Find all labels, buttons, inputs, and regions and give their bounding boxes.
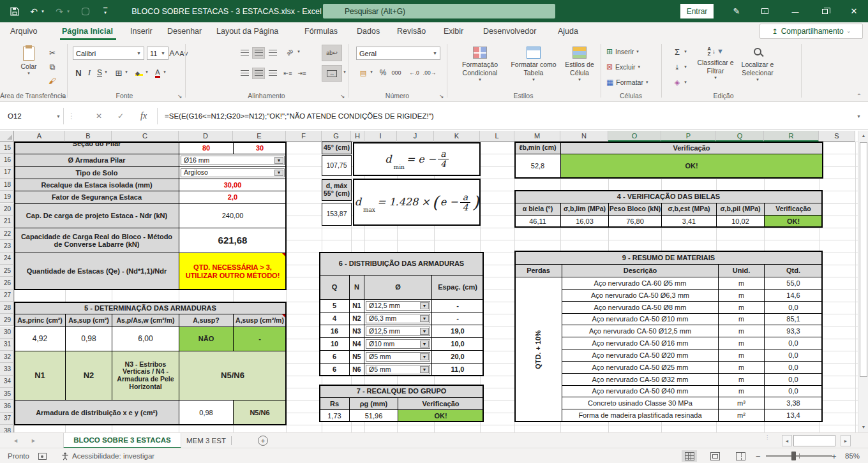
tab-arquivo[interactable]: Arquivo	[10, 22, 37, 40]
tab-revisao[interactable]: Revisão	[397, 22, 426, 40]
t5-tag-n2[interactable]: N2	[65, 351, 112, 401]
column-header-S[interactable]: S	[819, 131, 855, 142]
s9-r11-qtd[interactable]: 13,4	[764, 409, 823, 422]
delete-cells-button[interactable]: ⊠ Excluir ▾	[606, 62, 640, 71]
t5-value-assup[interactable]: 0,98	[65, 327, 112, 351]
s7-header-rs[interactable]: Rs	[319, 397, 350, 410]
s9-r10-desc[interactable]: Concreto usinado Classe 30 MPa	[562, 397, 719, 409]
underline-button[interactable]: S	[96, 67, 103, 78]
s9-r0-qtd[interactable]: 55,0	[764, 277, 823, 290]
t5-header-asusp[interactable]: A,susp (cm²/m)	[233, 314, 287, 327]
rebar-dia-combobox[interactable]: Ø5 mm▼	[366, 352, 430, 362]
row-header-19[interactable]: 19	[0, 191, 14, 203]
s4-header-alpha[interactable]: α biela (°)	[514, 203, 561, 216]
row-header-31[interactable]: 31	[0, 339, 14, 351]
t5-value-asusp[interactable]: -	[233, 327, 287, 351]
row-header-26[interactable]: 26	[0, 277, 14, 289]
section5-title[interactable]: 5 - DETERMINAÇÃO DAS ARMADURAS	[14, 302, 287, 314]
s6-header-q[interactable]: Q	[319, 275, 350, 300]
tab-ajuda[interactable]: Ajuda	[558, 22, 578, 40]
dialog-launcher-icon[interactable]: ↘	[61, 93, 66, 99]
tab-splitter-handle[interactable]: ⋮	[765, 436, 767, 445]
s7-value-rs[interactable]: 1,73	[319, 409, 350, 422]
restore-icon[interactable]	[818, 0, 831, 22]
s6-r5-dia[interactable]: Ø5 mm▼	[364, 363, 432, 376]
cut-icon[interactable]: ✂	[46, 48, 59, 58]
s6-r3-esp[interactable]: 10,0	[431, 337, 484, 351]
s7-value-verif[interactable]: OK!	[398, 409, 484, 422]
column-header-G[interactable]: G	[322, 131, 351, 142]
cell-pile-qty-warning[interactable]: QTD. NECESSÁRIA > 3, UTILIZAR OUTRO MÉTO…	[179, 253, 287, 290]
ink-pen-icon[interactable]: ✎	[730, 0, 743, 22]
t5-header-asusp-q[interactable]: A,susp?	[179, 314, 234, 327]
column-header-B[interactable]: B	[65, 131, 112, 142]
worksheet-grid[interactable]: ABCDEFGHIJKLMNOPQRS151617181920212223242…	[0, 131, 868, 432]
name-box[interactable]: O12	[0, 108, 64, 124]
s6-r5-q[interactable]: 6	[319, 363, 350, 376]
vertical-scroll-thumb[interactable]	[860, 142, 867, 377]
s4-header-sblim[interactable]: σ,b,lim (MPa)	[560, 203, 609, 216]
section4-title[interactable]: 4 - VERIFICAÇÃO DAS BIELAS	[514, 190, 823, 203]
column-header-O[interactable]: O	[608, 131, 661, 142]
s6-r0-dia[interactable]: Ø12,5 mm▼	[364, 299, 432, 312]
s9-r9-desc[interactable]: Aço nervurado CA-50 Ø40 mm	[562, 385, 719, 397]
chevron-down-icon[interactable]: ▾	[683, 64, 688, 70]
s9-perdas-note[interactable]: QTD. + 10%	[514, 277, 562, 422]
select-all-corner[interactable]	[0, 131, 14, 142]
s4-header-peso[interactable]: Peso Bloco (kN)	[608, 203, 662, 216]
cell-pile-qty-label[interactable]: Quantidade de Estacas (Qe) - (Nd*1,1)/Nd…	[14, 253, 179, 290]
s6-r0-q[interactable]: 5	[319, 299, 350, 312]
s6-r5-esp[interactable]: 11,0	[431, 363, 484, 376]
s9-r4-qtd[interactable]: 93,3	[764, 325, 823, 337]
chevron-down-icon[interactable]: ▾	[683, 80, 688, 85]
s6-r5-n[interactable]: N6	[349, 363, 364, 376]
chevron-down-icon[interactable]: ▼	[420, 341, 429, 348]
row-header-30[interactable]: 30	[0, 327, 14, 339]
s4-header-verif[interactable]: Verificação	[764, 203, 823, 216]
increase-decimal-icon[interactable]: ←.0	[407, 67, 421, 78]
s9-r8-desc[interactable]: Aço nervurado CA-50 Ø32 mm	[562, 373, 719, 386]
vertical-scrollbar[interactable]: ▲ ▼	[858, 131, 868, 432]
collapse-ribbon-icon[interactable]: ⌃	[854, 91, 864, 100]
s4-value-verif[interactable]: OK!	[764, 215, 823, 228]
s9-r3-desc[interactable]: Aço nervurado CA-50 Ø10 mm	[562, 313, 719, 325]
s9-r7-desc[interactable]: Aço nervurado CA-50 Ø25 mm	[562, 361, 719, 374]
column-header-D[interactable]: D	[179, 131, 233, 142]
formula-bar-splitter[interactable]: ⋮	[68, 108, 73, 124]
s6-r4-q[interactable]: 6	[319, 350, 350, 364]
column-header-H[interactable]: H	[351, 131, 364, 142]
name-box-chevron-icon[interactable]: ▼	[56, 108, 64, 124]
s9-header-perdas[interactable]: Perdas	[514, 264, 562, 277]
copy-icon[interactable]: ⧉	[46, 62, 59, 72]
s9-r10-unid[interactable]: m³	[718, 397, 765, 409]
column-header-K[interactable]: K	[434, 131, 480, 142]
cancel-icon[interactable]: ✕	[96, 108, 108, 124]
t5-header-asp[interactable]: As,p/As,w (cm²/m)	[112, 314, 179, 327]
s7-header-pg[interactable]: ρg (mm)	[349, 397, 398, 410]
chevron-down-icon[interactable]: ▾	[296, 49, 301, 54]
quick-access-chevron-icon[interactable]: ▔▾	[101, 0, 110, 22]
zoom-in-icon[interactable]: +	[832, 448, 837, 463]
t5-header-assup[interactable]: As,sup (cm²)	[65, 314, 112, 327]
row-header-29[interactable]: 29	[0, 314, 14, 326]
row-header-22[interactable]: 22	[0, 228, 14, 240]
column-header-R[interactable]: R	[764, 131, 819, 142]
search-input[interactable]	[323, 4, 555, 18]
chevron-down-icon[interactable]: ▾	[144, 70, 149, 75]
column-header-E[interactable]: E	[233, 131, 286, 142]
share-button[interactable]: ↥ Compartilhamento ⌄	[760, 24, 863, 39]
cell-soil-dropdown[interactable]: Argiloso▼	[179, 166, 287, 179]
sheet-tab-active[interactable]: BLOCO SOBRE 3 ESTACAS	[63, 433, 181, 448]
s9-r6-unid[interactable]: m	[718, 349, 765, 362]
s4-value-sbpil[interactable]: 10,02	[716, 215, 765, 228]
s9-header-qtd[interactable]: Qtd.	[764, 264, 823, 277]
s6-r1-q[interactable]: 4	[319, 312, 350, 325]
chevron-down-icon[interactable]: ▼	[420, 302, 429, 309]
s6-r3-dia[interactable]: Ø10 mm▼	[364, 337, 432, 351]
s9-r11-unid[interactable]: m²	[718, 409, 765, 422]
s6-r4-esp[interactable]: 20,0	[431, 350, 484, 364]
grow-font-icon[interactable]: A˄	[170, 47, 179, 59]
cell-lb-verif-value[interactable]: OK!	[560, 154, 823, 178]
align-right-icon[interactable]	[267, 68, 278, 78]
s9-r10-qtd[interactable]: 3,38	[764, 397, 823, 409]
